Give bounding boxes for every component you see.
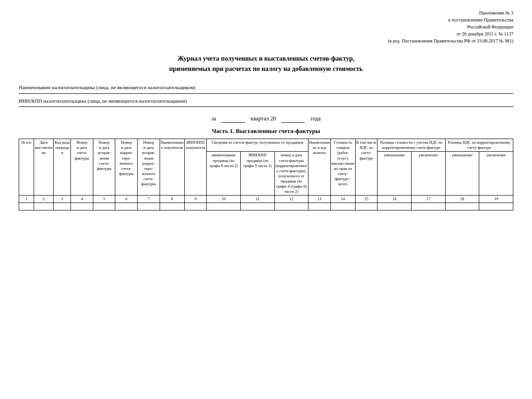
- header-line1: Приложение № 3: [19, 9, 513, 16]
- cell-3: [54, 203, 71, 210]
- cell-2: [34, 203, 53, 210]
- naim-field: Наименование налогоплательщика (лица, не…: [19, 83, 513, 94]
- part1-title: Часть 1. Выставленные счета-фактуры: [19, 127, 513, 135]
- table-column-numbers: 1 2 3 4 5 6 7 8 9 10 11 12 13 14 15 16 1…: [19, 195, 513, 203]
- col-num-13: 13: [308, 195, 331, 203]
- period-line: за квартал 20 года: [19, 115, 513, 123]
- cell-13: [308, 203, 331, 210]
- cell-18: [445, 203, 479, 210]
- cell-8: [160, 203, 184, 210]
- th-col17b: увеличение: [479, 152, 513, 195]
- cell-12: [274, 203, 308, 210]
- col-num-3: 3: [54, 195, 71, 203]
- col-num-5: 5: [93, 195, 115, 203]
- th-col17-header: Разница НДС по корректировочному счету-ф…: [445, 139, 513, 152]
- th-col10a: наименование продавца (из графы 8 части …: [207, 152, 241, 195]
- th-col11: ИНН/КПП продавца (из графы 9 части 2): [240, 152, 274, 195]
- cell-16: [378, 203, 412, 210]
- header-line4: от 26 декабря 2011 г. № 1137: [19, 30, 513, 37]
- document-title: Журнал учета полученных и выставленных с…: [19, 54, 513, 75]
- col-num-16: 16: [378, 195, 412, 203]
- col-num-6: 6: [115, 195, 138, 203]
- th-col10-header: Сведения из счетов-фактур, полученных от…: [207, 139, 308, 152]
- cell-10: [207, 203, 241, 210]
- col-num-4: 4: [71, 195, 93, 203]
- col-num-17: 17: [412, 195, 446, 203]
- header-line3: Российской Федерации: [19, 23, 513, 30]
- col-num-15: 15: [355, 195, 378, 203]
- cell-14: [330, 203, 355, 210]
- period-suffix: года: [310, 115, 321, 122]
- th-col15: В том числе НДС по счету-фактуре: [355, 139, 378, 195]
- th-col7: Номери датаисправ-лениякоррек-тиро-вочно…: [138, 139, 160, 195]
- header-line2: к постановлению Правительства: [19, 16, 513, 23]
- col-num-2: 2: [34, 195, 53, 203]
- cell-1: [19, 203, 34, 210]
- period-quarter-input[interactable]: [222, 115, 245, 123]
- naim-label: Наименование налогоплательщика (лица, не…: [19, 84, 196, 90]
- col-num-12: 12: [274, 195, 308, 203]
- col-num-9: 9: [184, 195, 207, 203]
- th-col14: Стоимость товаров (работ, услуг), имущес…: [330, 139, 355, 195]
- header-block: Приложение № 3 к постановлению Правитель…: [19, 9, 513, 44]
- cell-19: [479, 203, 513, 210]
- th-col16a: уменьшение: [378, 152, 412, 195]
- col-num-1: 1: [19, 195, 34, 203]
- cell-6: [115, 203, 138, 210]
- col-num-18: 18: [445, 195, 479, 203]
- col-num-10: 10: [207, 195, 241, 203]
- th-col9: ИНН/КПП покупателя: [184, 139, 207, 195]
- inn-label: ИНН/КПП налогоплательщика (лица, не явля…: [19, 98, 187, 104]
- cell-9: [184, 203, 207, 210]
- th-col2: Дата выставления: [34, 139, 53, 195]
- cell-5: [93, 203, 115, 210]
- period-kvartal: квартал 20: [251, 115, 276, 122]
- inn-field: ИНН/КПП налогоплательщика (лица, не явля…: [19, 97, 513, 107]
- col-num-11: 11: [240, 195, 274, 203]
- th-col4: Номери датасчета-фактуры: [71, 139, 93, 195]
- period-prefix: за: [211, 115, 216, 122]
- th-col3: Код вида операции: [54, 139, 71, 195]
- col-num-7: 7: [138, 195, 160, 203]
- th-col16-header: Разница стоимости с учетом НДС по коррек…: [378, 139, 445, 152]
- cell-15: [355, 203, 378, 210]
- col-num-14: 14: [330, 195, 355, 203]
- cell-11: [240, 203, 274, 210]
- cell-17: [412, 203, 446, 210]
- table-row: [19, 203, 513, 210]
- title-line1: Журнал учета полученных и выставленных с…: [19, 54, 513, 64]
- th-col17a: уменьшение: [445, 152, 479, 195]
- th-col8: Наименование покупателя: [160, 139, 184, 195]
- col-num-19: 19: [479, 195, 513, 203]
- cell-7: [138, 203, 160, 210]
- main-table: № п/п Дата выставления Код вида операции…: [19, 139, 513, 210]
- th-col1: № п/п: [19, 139, 34, 195]
- th-col12: номер и дата счета-фактуры (корректирово…: [274, 152, 308, 195]
- th-col5: Номери датаисправ-лениясчета-фактуры: [93, 139, 115, 195]
- table-header-row1: № п/п Дата выставления Код вида операции…: [19, 139, 513, 152]
- header-line5: (в ред. Постановления Правительства РФ о…: [19, 37, 513, 44]
- title-line2: применяемых при расчетах по налогу на до…: [19, 64, 513, 74]
- th-col6: Номери датакоррек-тиро-вочногосчета-факт…: [115, 139, 138, 195]
- col-num-8: 8: [160, 195, 184, 203]
- th-col13: Наименование и код валюты: [308, 139, 331, 195]
- period-year-input[interactable]: [281, 115, 305, 123]
- th-col16b: увеличение: [412, 152, 446, 195]
- cell-4: [71, 203, 93, 210]
